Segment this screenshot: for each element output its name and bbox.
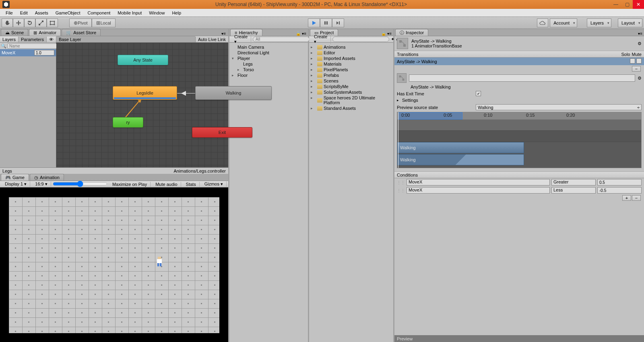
scale-tool[interactable] <box>35 19 47 27</box>
animator-layers-tab[interactable]: Layers <box>0 37 19 42</box>
tab-menu-icon[interactable]: ▾≡ <box>219 31 228 36</box>
timeline-clip[interactable]: Walking <box>397 154 524 165</box>
tab-asset-store[interactable]: 🛒 Asset Store <box>62 29 101 36</box>
project-folder[interactable]: ▸SolarSystemAssets <box>310 89 392 95</box>
remove-transition-button[interactable]: − <box>632 66 641 72</box>
tab-game[interactable]: 🎮 Game <box>1 174 29 181</box>
tab-scene[interactable]: ⛰ Scene <box>1 29 28 36</box>
rotate-tool[interactable] <box>24 19 35 27</box>
project-folder[interactable]: ▸Prefabs <box>310 72 392 78</box>
node-entry[interactable]: ry <box>113 117 143 128</box>
remove-condition-button[interactable]: − <box>632 195 641 201</box>
mute-checkbox[interactable] <box>636 58 642 64</box>
project-folder[interactable]: ▸Standard Assets <box>310 105 392 111</box>
hierarchy-item[interactable]: Main Camera <box>230 44 307 50</box>
play-button[interactable] <box>308 19 320 27</box>
hierarchy-item[interactable]: ▸Torso <box>230 67 307 72</box>
add-condition-button[interactable]: + <box>622 195 631 201</box>
has-exit-time-checkbox[interactable]: ✔ <box>476 91 481 96</box>
condition-param-dropdown[interactable]: MoveX <box>407 187 550 194</box>
hierarchy-search-input[interactable] <box>253 37 310 42</box>
cloud-button[interactable] <box>537 19 548 27</box>
node-exit[interactable]: Exit <box>192 127 252 138</box>
preview-bar[interactable]: Preview <box>394 335 644 342</box>
preview-source-dropdown[interactable]: Walking÷ <box>476 104 642 110</box>
animator-parameters-tab[interactable]: Parameters <box>19 37 47 42</box>
param-search-input[interactable] <box>7 43 62 49</box>
menu-window[interactable]: Window <box>146 10 168 16</box>
project-folder[interactable]: ▸Scenes <box>310 78 392 84</box>
condition-value-input[interactable] <box>597 179 642 185</box>
mute-audio-toggle[interactable]: Mute audio <box>152 182 181 187</box>
minimize-button[interactable]: — <box>610 0 621 9</box>
condition-value-input[interactable] <box>597 187 642 194</box>
transition-name-input[interactable] <box>409 74 635 82</box>
condition-op-dropdown[interactable]: Greater <box>551 179 596 185</box>
pivot-toggle[interactable]: ⊕ Pivot <box>69 19 92 27</box>
search-filter-icon[interactable]: ✦ <box>391 37 394 42</box>
gear-icon[interactable]: ⚙ <box>638 41 642 46</box>
maximize-on-play-toggle[interactable]: Maximize on Play <box>109 182 151 187</box>
tab-animation[interactable]: ◷ Animation <box>30 174 64 181</box>
project-folder[interactable]: ▸Animations <box>310 44 392 50</box>
project-folder[interactable]: ▸PixelPlanets <box>310 67 392 72</box>
hierarchy-item[interactable]: ▾Player <box>230 56 307 61</box>
param-value-input[interactable] <box>34 50 54 56</box>
hierarchy-item[interactable]: ▸Floor <box>230 72 307 78</box>
hand-tool[interactable] <box>2 19 13 27</box>
node-walking[interactable]: Walking <box>195 86 272 100</box>
aspect-dropdown[interactable]: 16:9 ▾ <box>32 181 51 187</box>
hierarchy-item[interactable]: Legs <box>230 61 307 67</box>
layout-dropdown[interactable]: Layout <box>618 19 642 27</box>
project-folder[interactable]: ▸Materials <box>310 61 392 67</box>
condition-param-dropdown[interactable]: MoveX <box>407 179 550 185</box>
project-folder[interactable]: ▸Imported Assets <box>310 56 392 61</box>
project-folder[interactable]: ▸Space heroes 2D Ultimate Platform <box>310 95 392 105</box>
drag-handle-icon[interactable]: ⋮⋮ <box>397 180 405 185</box>
menu-assets[interactable]: Assets <box>32 10 52 16</box>
transition-list-item[interactable]: AnyState -> Walking <box>394 58 644 65</box>
move-tool[interactable] <box>13 19 24 27</box>
animator-graph-canvas[interactable]: Any State LegsIdle Walking ry Exit <box>56 43 228 167</box>
tab-inspector[interactable]: ⓘ Inspector <box>395 29 428 36</box>
pause-button[interactable] <box>320 19 332 27</box>
gear-icon[interactable]: ⚙ <box>638 76 642 81</box>
tab-animator[interactable]: ⊞ Animator <box>29 29 61 36</box>
menu-component[interactable]: Component <box>84 10 114 16</box>
inspector-menu-icon[interactable]: ▾≡ <box>636 31 644 36</box>
condition-op-dropdown[interactable]: Less <box>551 187 596 194</box>
transition-timeline[interactable]: 0:00 0:05 0:10 0:15 0:20 Walking Walking <box>397 112 642 168</box>
rect-tool[interactable] <box>47 19 58 27</box>
hierarchy-menu-icon[interactable]: 🔒 ▾≡ <box>294 31 308 36</box>
step-button[interactable] <box>332 19 344 27</box>
menu-file[interactable]: File <box>2 10 16 16</box>
stats-toggle[interactable]: Stats <box>183 182 200 187</box>
game-scale-slider[interactable] <box>53 182 107 186</box>
close-button[interactable]: ✕ <box>633 0 644 9</box>
timeline-clip[interactable]: Walking <box>397 142 524 153</box>
animator-breadcrumb[interactable]: Base Layer <box>56 36 195 42</box>
account-dropdown[interactable]: Account <box>550 19 577 27</box>
auto-live-link-toggle[interactable]: Auto Live Link <box>195 37 228 42</box>
project-folder[interactable]: ▸ScriptsByMe <box>310 84 392 89</box>
menu-help[interactable]: Help <box>169 10 184 16</box>
solo-checkbox[interactable] <box>630 58 635 64</box>
menu-edit[interactable]: Edit <box>17 10 31 16</box>
node-legs-idle[interactable]: LegsIdle <box>113 86 177 100</box>
drag-handle-icon[interactable]: ⋮⋮ <box>397 188 405 193</box>
eye-icon[interactable]: 👁 <box>47 37 56 42</box>
param-row-movex[interactable]: MoveX <box>0 49 56 56</box>
gizmos-dropdown[interactable]: Gizmos ▾ <box>201 181 227 187</box>
local-toggle[interactable]: ⊞ Local <box>92 19 115 27</box>
node-any-state[interactable]: Any State <box>118 55 168 65</box>
settings-foldout[interactable]: Settings <box>402 98 418 103</box>
layers-dropdown[interactable]: Layers <box>587 19 611 27</box>
project-folder[interactable]: ▸Editor <box>310 50 392 56</box>
menu-gameobject[interactable]: GameObject <box>52 10 84 16</box>
project-menu-icon[interactable]: 🔒 ▾≡ <box>380 31 393 36</box>
hierarchy-item[interactable]: Directional Light <box>230 50 307 56</box>
menu-mobileinput[interactable]: Mobile Input <box>114 10 145 16</box>
project-search-input[interactable] <box>332 37 389 42</box>
display-dropdown[interactable]: Display 1 ▾ <box>2 181 30 187</box>
maximize-button[interactable]: ▢ <box>621 0 633 9</box>
